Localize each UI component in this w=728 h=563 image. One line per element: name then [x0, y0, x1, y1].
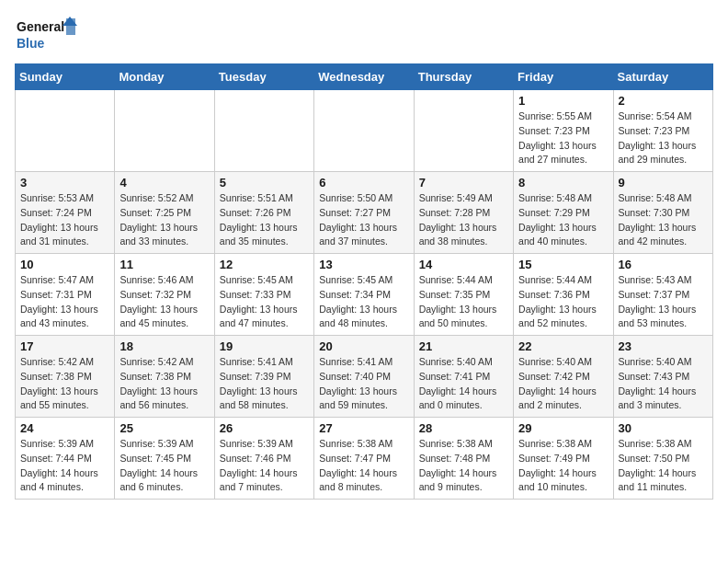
calendar-cell: 19Sunrise: 5:41 AMSunset: 7:39 PMDayligh…: [214, 336, 313, 418]
calendar-cell: 1Sunrise: 5:55 AMSunset: 7:23 PMDaylight…: [514, 90, 613, 172]
day-info: Sunrise: 5:38 AMSunset: 7:48 PMDaylight:…: [419, 437, 508, 495]
calendar-cell: 8Sunrise: 5:48 AMSunset: 7:29 PMDaylight…: [514, 172, 613, 254]
weekday-header-tuesday: Tuesday: [214, 64, 313, 90]
day-info: Sunrise: 5:48 AMSunset: 7:29 PMDaylight:…: [518, 191, 608, 249]
calendar-cell: [314, 90, 414, 172]
day-number: 3: [20, 176, 109, 190]
weekday-header-monday: Monday: [115, 64, 214, 90]
calendar-cell: 15Sunrise: 5:44 AMSunset: 7:36 PMDayligh…: [514, 254, 613, 336]
calendar-week-4: 17Sunrise: 5:42 AMSunset: 7:38 PMDayligh…: [16, 336, 713, 418]
day-number: 27: [319, 421, 408, 435]
day-info: Sunrise: 5:47 AMSunset: 7:31 PMDaylight:…: [20, 273, 109, 331]
weekday-header-thursday: Thursday: [414, 64, 513, 90]
calendar-cell: 13Sunrise: 5:45 AMSunset: 7:34 PMDayligh…: [314, 254, 414, 336]
day-number: 10: [20, 258, 109, 271]
calendar-week-3: 10Sunrise: 5:47 AMSunset: 7:31 PMDayligh…: [16, 254, 713, 336]
day-info: Sunrise: 5:44 AMSunset: 7:36 PMDaylight:…: [518, 273, 608, 331]
page-header: General Blue: [15, 15, 713, 56]
day-info: Sunrise: 5:50 AMSunset: 7:27 PMDaylight:…: [319, 191, 408, 249]
weekday-header-wednesday: Wednesday: [314, 64, 414, 90]
day-info: Sunrise: 5:51 AMSunset: 7:26 PMDaylight:…: [220, 191, 309, 249]
day-number: 7: [419, 176, 508, 190]
day-number: 9: [619, 176, 708, 190]
day-number: 21: [419, 339, 508, 353]
day-number: 15: [518, 258, 608, 271]
calendar-cell: 5Sunrise: 5:51 AMSunset: 7:26 PMDaylight…: [214, 172, 313, 254]
day-info: Sunrise: 5:38 AMSunset: 7:49 PMDaylight:…: [518, 437, 608, 495]
day-number: 14: [419, 258, 508, 271]
day-number: 30: [619, 421, 708, 435]
day-info: Sunrise: 5:38 AMSunset: 7:50 PMDaylight:…: [619, 437, 708, 495]
day-number: 6: [319, 176, 408, 190]
logo: General Blue: [15, 15, 79, 56]
calendar-cell: 3Sunrise: 5:53 AMSunset: 7:24 PMDaylight…: [16, 172, 115, 254]
day-info: Sunrise: 5:41 AMSunset: 7:39 PMDaylight:…: [220, 355, 309, 413]
calendar-cell: 4Sunrise: 5:52 AMSunset: 7:25 PMDaylight…: [115, 172, 214, 254]
calendar-cell: 28Sunrise: 5:38 AMSunset: 7:48 PMDayligh…: [414, 418, 513, 500]
calendar-cell: [414, 90, 513, 172]
calendar-cell: 10Sunrise: 5:47 AMSunset: 7:31 PMDayligh…: [16, 254, 115, 336]
day-info: Sunrise: 5:38 AMSunset: 7:47 PMDaylight:…: [319, 437, 408, 495]
day-number: 26: [220, 421, 309, 435]
calendar-cell: 11Sunrise: 5:46 AMSunset: 7:32 PMDayligh…: [115, 254, 214, 336]
day-info: Sunrise: 5:45 AMSunset: 7:34 PMDaylight:…: [319, 273, 408, 331]
day-info: Sunrise: 5:49 AMSunset: 7:28 PMDaylight:…: [419, 191, 508, 249]
day-number: 29: [518, 421, 608, 435]
svg-text:Blue: Blue: [17, 36, 45, 51]
day-number: 23: [619, 339, 708, 353]
calendar-table: SundayMondayTuesdayWednesdayThursdayFrid…: [15, 63, 713, 500]
day-number: 16: [619, 258, 708, 271]
day-info: Sunrise: 5:40 AMSunset: 7:41 PMDaylight:…: [419, 355, 508, 413]
day-info: Sunrise: 5:39 AMSunset: 7:44 PMDaylight:…: [20, 437, 109, 495]
day-info: Sunrise: 5:39 AMSunset: 7:46 PMDaylight:…: [220, 437, 309, 495]
weekday-header-saturday: Saturday: [613, 64, 712, 90]
day-info: Sunrise: 5:42 AMSunset: 7:38 PMDaylight:…: [20, 355, 109, 413]
day-number: 24: [20, 421, 109, 435]
day-number: 8: [518, 176, 608, 190]
day-info: Sunrise: 5:55 AMSunset: 7:23 PMDaylight:…: [518, 109, 608, 167]
calendar-cell: 9Sunrise: 5:48 AMSunset: 7:30 PMDaylight…: [613, 172, 712, 254]
day-info: Sunrise: 5:40 AMSunset: 7:42 PMDaylight:…: [518, 355, 608, 413]
calendar-cell: [16, 90, 115, 172]
svg-text:General: General: [17, 19, 64, 34]
weekday-header-row: SundayMondayTuesdayWednesdayThursdayFrid…: [16, 64, 713, 90]
calendar-cell: 18Sunrise: 5:42 AMSunset: 7:38 PMDayligh…: [115, 336, 214, 418]
day-info: Sunrise: 5:39 AMSunset: 7:45 PMDaylight:…: [119, 437, 209, 495]
day-number: 2: [619, 94, 708, 108]
day-info: Sunrise: 5:48 AMSunset: 7:30 PMDaylight:…: [619, 191, 708, 249]
calendar-cell: 26Sunrise: 5:39 AMSunset: 7:46 PMDayligh…: [214, 418, 313, 500]
day-info: Sunrise: 5:43 AMSunset: 7:37 PMDaylight:…: [619, 273, 708, 331]
calendar-week-2: 3Sunrise: 5:53 AMSunset: 7:24 PMDaylight…: [16, 172, 713, 254]
calendar-cell: 16Sunrise: 5:43 AMSunset: 7:37 PMDayligh…: [613, 254, 712, 336]
calendar-cell: 17Sunrise: 5:42 AMSunset: 7:38 PMDayligh…: [16, 336, 115, 418]
day-info: Sunrise: 5:42 AMSunset: 7:38 PMDaylight:…: [119, 355, 209, 413]
calendar-week-5: 24Sunrise: 5:39 AMSunset: 7:44 PMDayligh…: [16, 418, 713, 500]
weekday-header-friday: Friday: [514, 64, 613, 90]
calendar-cell: 29Sunrise: 5:38 AMSunset: 7:49 PMDayligh…: [514, 418, 613, 500]
day-info: Sunrise: 5:53 AMSunset: 7:24 PMDaylight:…: [20, 191, 109, 249]
day-number: 17: [20, 339, 109, 353]
weekday-header-sunday: Sunday: [16, 64, 115, 90]
calendar-cell: [115, 90, 214, 172]
day-info: Sunrise: 5:40 AMSunset: 7:43 PMDaylight:…: [619, 355, 708, 413]
calendar-cell: [214, 90, 313, 172]
day-number: 28: [419, 421, 508, 435]
calendar-cell: 22Sunrise: 5:40 AMSunset: 7:42 PMDayligh…: [514, 336, 613, 418]
day-number: 22: [518, 339, 608, 353]
calendar-cell: 21Sunrise: 5:40 AMSunset: 7:41 PMDayligh…: [414, 336, 513, 418]
calendar-cell: 2Sunrise: 5:54 AMSunset: 7:23 PMDaylight…: [613, 90, 712, 172]
calendar-cell: 23Sunrise: 5:40 AMSunset: 7:43 PMDayligh…: [613, 336, 712, 418]
calendar-cell: 20Sunrise: 5:41 AMSunset: 7:40 PMDayligh…: [314, 336, 414, 418]
calendar-cell: 30Sunrise: 5:38 AMSunset: 7:50 PMDayligh…: [613, 418, 712, 500]
calendar-cell: 7Sunrise: 5:49 AMSunset: 7:28 PMDaylight…: [414, 172, 513, 254]
day-info: Sunrise: 5:52 AMSunset: 7:25 PMDaylight:…: [119, 191, 209, 249]
calendar-week-1: 1Sunrise: 5:55 AMSunset: 7:23 PMDaylight…: [16, 90, 713, 172]
day-info: Sunrise: 5:41 AMSunset: 7:40 PMDaylight:…: [319, 355, 408, 413]
logo-svg: General Blue: [15, 15, 79, 56]
calendar-cell: 14Sunrise: 5:44 AMSunset: 7:35 PMDayligh…: [414, 254, 513, 336]
calendar-cell: 12Sunrise: 5:45 AMSunset: 7:33 PMDayligh…: [214, 254, 313, 336]
calendar-cell: 25Sunrise: 5:39 AMSunset: 7:45 PMDayligh…: [115, 418, 214, 500]
day-info: Sunrise: 5:46 AMSunset: 7:32 PMDaylight:…: [119, 273, 209, 331]
day-number: 25: [119, 421, 209, 435]
day-info: Sunrise: 5:54 AMSunset: 7:23 PMDaylight:…: [619, 109, 708, 167]
